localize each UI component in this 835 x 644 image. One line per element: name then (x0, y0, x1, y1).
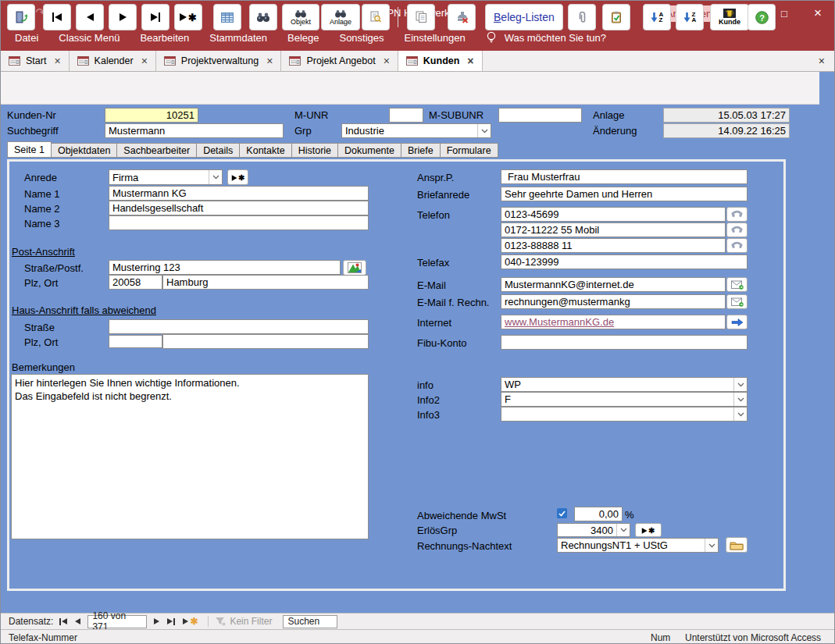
ort2-field[interactable] (162, 334, 369, 349)
search-objekt-button[interactable]: Objekt (282, 4, 319, 30)
info3-dropdown[interactable] (501, 407, 748, 422)
sort-descending-button[interactable]: ZA (676, 4, 704, 30)
name1-field[interactable]: Mustermann KG (109, 186, 369, 201)
next-record-button[interactable] (109, 4, 137, 30)
help-button[interactable]: ? (748, 4, 776, 30)
tasks-button[interactable] (602, 4, 630, 30)
plz-field[interactable]: 20058 (109, 275, 162, 290)
menu-sonstiges[interactable]: Sonstiges (339, 32, 384, 44)
kunde-button[interactable]: Kunde (710, 4, 749, 30)
tab-kunden[interactable]: Kunden× (398, 51, 483, 71)
m-unr-field[interactable] (389, 108, 423, 123)
last-record-nav-button[interactable] (167, 618, 175, 625)
menu-classic-menue[interactable]: Classic Menü (59, 32, 120, 44)
send-email-button[interactable] (726, 294, 748, 309)
chevron-down-icon[interactable] (733, 378, 747, 391)
previous-record-nav-button[interactable] (75, 618, 80, 624)
anspr-field[interactable]: Frau Musterfrau (501, 169, 748, 184)
tab-projektverwaltung[interactable]: Projektverwaltung× (156, 51, 282, 71)
chevron-down-icon[interactable] (705, 539, 718, 552)
briefanrede-field[interactable]: Sehr geehrte Damen und Herren (501, 187, 748, 201)
close-tab-icon[interactable]: × (384, 55, 390, 67)
tell-me-box[interactable]: Was möchten Sie tun? (486, 30, 606, 44)
fibu-konto-field[interactable] (501, 335, 748, 350)
name3-field[interactable] (109, 215, 369, 230)
email-rechn-field[interactable]: rechnungen@mustermankg (501, 294, 726, 309)
close-tab-icon[interactable]: × (54, 55, 60, 67)
erloesgrp-dropdown[interactable]: 3400 (557, 523, 630, 537)
mwst-field[interactable]: 0,00 (574, 507, 623, 521)
menu-datei[interactable]: Datei (15, 32, 38, 44)
menu-einstellungen[interactable]: Einstellungen (405, 32, 466, 44)
grp-dropdown[interactable]: Industrie (341, 123, 491, 138)
first-record-button[interactable] (43, 4, 71, 30)
print-preview-button[interactable] (362, 4, 390, 30)
record-position-box[interactable]: 160 von 371 (87, 615, 147, 628)
ort-field[interactable]: Hamburg (162, 275, 369, 290)
menu-bearbeiten[interactable]: Bearbeiten (140, 32, 189, 44)
m-subunr-field[interactable] (498, 108, 582, 123)
close-tab-icon[interactable]: × (467, 55, 473, 67)
close-tab-icon[interactable]: × (141, 55, 148, 67)
filter-toggle[interactable]: Kein Filter (215, 616, 272, 627)
new-erloesgrp-button[interactable]: ✱ (635, 523, 662, 537)
menu-stammdaten[interactable]: Stammdaten (209, 32, 267, 44)
next-record-nav-button[interactable] (154, 618, 159, 624)
dial-button[interactable] (726, 238, 748, 253)
strasse-postf-field[interactable]: Musterring 123 (109, 260, 341, 275)
plz2-field[interactable] (109, 335, 162, 348)
close-all-tabs-icon[interactable]: × (819, 55, 825, 67)
new-anrede-button[interactable]: ✱ (227, 169, 248, 185)
search-button[interactable] (249, 4, 277, 30)
new-record-nav-button[interactable]: ✱ (183, 616, 198, 627)
info2-dropdown[interactable]: F (501, 392, 748, 407)
exit-button[interactable] (7, 4, 35, 30)
tab-details[interactable]: Details (197, 143, 240, 158)
open-website-button[interactable] (726, 315, 748, 329)
kunden-nr-field[interactable]: 10251 (105, 108, 198, 123)
tab-sachbearbeiter[interactable]: Sachbearbeiter (117, 143, 197, 158)
bemerkungen-memo[interactable]: Hier hinterlegen Sie Ihnen wichtige Info… (11, 374, 369, 539)
chevron-down-icon[interactable] (477, 124, 491, 137)
tab-formulare[interactable]: Formulare (441, 143, 498, 158)
close-tab-icon[interactable]: × (266, 55, 273, 67)
internet-field[interactable]: www.MustermannKG.de (501, 315, 726, 329)
chevron-down-icon[interactable] (616, 524, 630, 536)
tab-historie[interactable]: Historie (292, 143, 338, 158)
chevron-down-icon[interactable] (733, 393, 747, 406)
tab-start[interactable]: Start× (1, 51, 70, 71)
previous-record-button[interactable] (76, 4, 104, 30)
anrede-dropdown[interactable]: Firma (109, 169, 223, 185)
dial-button[interactable] (726, 222, 748, 237)
sort-ascending-button[interactable]: AZ (643, 4, 671, 30)
search-anlage-button[interactable]: Anlage (321, 4, 360, 30)
beleg-listen-button[interactable]: Beleg-Listen (485, 4, 563, 30)
rechnungs-nachtext-dropdown[interactable]: RechnungsNT1 + UStG (557, 538, 719, 553)
copy-button[interactable] (407, 4, 435, 30)
mwst-checkbox[interactable] (557, 508, 567, 518)
last-record-button[interactable] (141, 4, 169, 30)
website-link[interactable]: www.MustermannKG.de (505, 316, 614, 328)
tab-projekt-angebot[interactable]: Projekt Angebot× (281, 51, 398, 71)
telefon1-field[interactable]: 0123-45699 (501, 207, 726, 222)
strasse-field[interactable] (109, 319, 369, 334)
menu-belege[interactable]: Belege (287, 32, 319, 44)
send-email-button[interactable] (726, 277, 748, 292)
chevron-down-icon[interactable] (209, 170, 222, 184)
tab-seite-1[interactable]: Seite 1 (7, 141, 52, 158)
map-button[interactable] (343, 260, 366, 276)
info-dropdown[interactable]: WP (501, 377, 748, 392)
tab-dokumente[interactable]: Dokumente (338, 143, 401, 158)
dial-button[interactable] (726, 207, 748, 222)
first-record-nav-button[interactable] (59, 618, 67, 625)
delete-button[interactable] (448, 4, 476, 30)
new-record-button[interactable]: ✱ (174, 4, 202, 30)
telefon3-field[interactable]: 0123-88888 11 (501, 238, 726, 253)
open-nachtext-button[interactable] (726, 537, 748, 553)
tab-objektdaten[interactable]: Objektdaten (52, 143, 117, 158)
tab-briefe[interactable]: Briefe (401, 143, 441, 158)
name2-field[interactable]: Handelsgesellschaft (109, 201, 369, 215)
attachment-button[interactable] (568, 4, 596, 30)
telefon2-field[interactable]: 0172-11222 55 Mobil (501, 222, 726, 237)
search-input[interactable]: Suchen (283, 615, 337, 628)
